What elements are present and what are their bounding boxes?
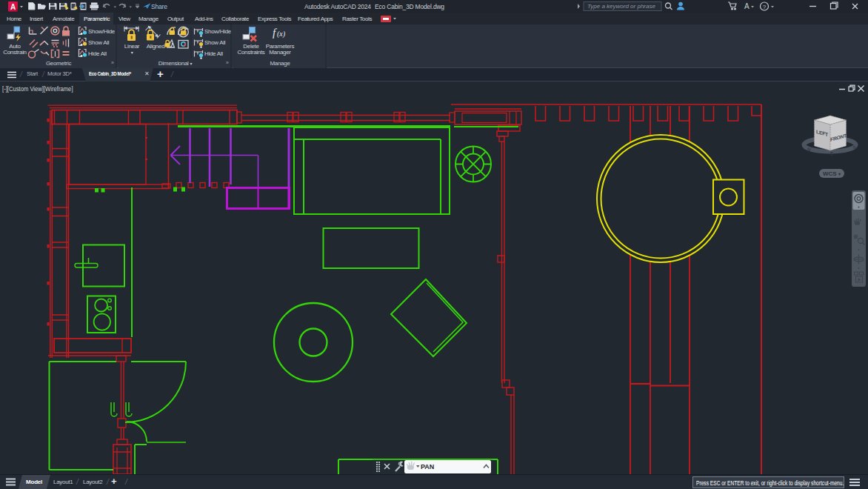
svg-text:A: A bbox=[10, 3, 16, 11]
svg-text:A: A bbox=[744, 2, 750, 10]
svg-text:(x): (x) bbox=[277, 30, 286, 39]
svg-text:PAN: PAN bbox=[421, 463, 434, 470]
svg-text:E: E bbox=[830, 151, 834, 156]
svg-text:?: ? bbox=[763, 4, 767, 10]
svg-text:Type a keyword or phrase: Type a keyword or phrase bbox=[587, 3, 655, 10]
